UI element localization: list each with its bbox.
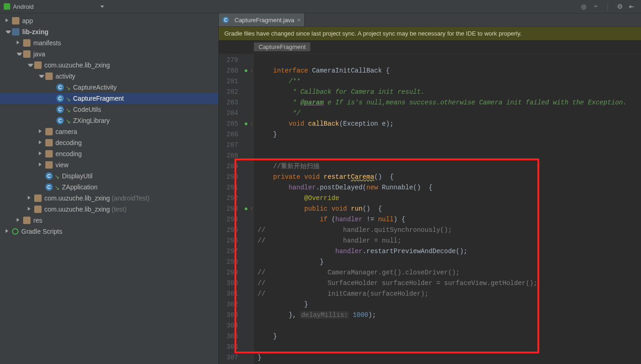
code-line[interactable]: interface CameraInitCallBack { xyxy=(254,66,641,76)
gutter-line[interactable]: 301 xyxy=(219,289,254,299)
tree-item-displayutil[interactable]: C↘DisplayUtil xyxy=(0,170,218,182)
gutter-line[interactable]: 280●↓ xyxy=(219,66,254,76)
gutter-line[interactable]: 292 xyxy=(219,193,254,204)
code-line[interactable] xyxy=(254,342,641,352)
gutter-line[interactable]: 283 xyxy=(219,97,254,108)
project-tree[interactable]: applib-zxingmanifestsjavacom.uuzuche.lib… xyxy=(0,13,219,364)
tree-arrow-icon[interactable] xyxy=(39,73,44,79)
tree-item-com-uuzuche-lib-zxing[interactable]: com.uuzuche.lib_zxing xyxy=(0,60,218,71)
tree-arrow-icon[interactable] xyxy=(6,18,11,24)
tree-item-lib-zxing[interactable]: lib-zxing xyxy=(0,26,218,37)
tree-arrow-icon[interactable] xyxy=(39,162,44,168)
gutter-line[interactable]: 285●↓ xyxy=(219,119,254,129)
code-line[interactable]: handler.postDelayed(new Runnable() { xyxy=(254,182,641,193)
gutter-line[interactable]: 302 xyxy=(219,299,254,310)
gutter-line[interactable]: 284 xyxy=(219,108,254,119)
code-line[interactable]: */ xyxy=(254,108,641,119)
gutter-line[interactable]: 279 xyxy=(219,55,254,66)
tree-arrow-icon[interactable] xyxy=(39,129,44,134)
gutter-line[interactable]: 306 xyxy=(219,342,254,352)
gutter-line[interactable]: 288 xyxy=(219,151,254,161)
gutter-line[interactable]: 289 xyxy=(219,161,254,172)
tree-item-manifests[interactable]: manifests xyxy=(0,37,218,49)
tree-item-captureactivity[interactable]: C↘CaptureActivity xyxy=(0,82,218,93)
tree-arrow-icon[interactable] xyxy=(28,195,33,201)
tree-arrow-icon[interactable] xyxy=(17,218,22,223)
code-line[interactable]: } xyxy=(254,299,641,310)
tree-item-zxinglibrary[interactable]: C↘ZXingLibrary xyxy=(0,115,218,126)
tree-item-capturefragment[interactable]: C↘CaptureFragment xyxy=(0,93,218,104)
tree-item-codeutils[interactable]: C↘CodeUtils xyxy=(0,104,218,115)
tree-item-gradle-scripts[interactable]: Gradle Scripts xyxy=(0,226,218,237)
code-line[interactable]: // SurfaceHolder surfaceHolder = surface… xyxy=(254,278,641,289)
code-line[interactable]: // initCamera(surfaceHolder); xyxy=(254,289,641,299)
gutter-line[interactable]: 294 xyxy=(219,214,254,225)
gutter-line[interactable]: 293●↑ xyxy=(219,204,254,214)
gutter-line[interactable]: 286 xyxy=(219,129,254,140)
close-icon[interactable]: × xyxy=(297,17,301,24)
code-line[interactable]: * Callback for Camera init result. xyxy=(254,87,641,97)
gutter-marker-icon[interactable]: ● xyxy=(243,67,249,74)
code-line[interactable]: public void run() { xyxy=(254,204,641,214)
gutter-line[interactable]: 290 xyxy=(219,172,254,182)
gutter-marker-icon[interactable]: ● xyxy=(243,121,249,127)
tree-item-app[interactable]: app xyxy=(0,15,218,26)
tree-item-res[interactable]: res xyxy=(0,215,218,226)
code-line[interactable] xyxy=(254,151,641,161)
gutter-line[interactable]: 298 xyxy=(219,257,254,267)
gutter-line[interactable]: 297 xyxy=(219,246,254,257)
breadcrumb-item[interactable]: CaptureFragment xyxy=(254,42,310,51)
editor-tab-capturefragment[interactable]: C CaptureFragment.java × xyxy=(219,13,305,26)
code-body[interactable]: interface CameraInitCallBack { /** * Cal… xyxy=(254,54,641,364)
code-line[interactable]: /** xyxy=(254,76,641,87)
gutter-line[interactable]: 305 xyxy=(219,331,254,342)
gutter-line[interactable]: 295 xyxy=(219,225,254,236)
code-line[interactable]: } xyxy=(254,257,641,267)
code-line[interactable]: @Override xyxy=(254,193,641,204)
gutter[interactable]: 279280●↓281282283284285●↓286287288289290… xyxy=(219,54,254,364)
gutter-line[interactable]: 300 xyxy=(219,278,254,289)
tree-item-encoding[interactable]: encoding xyxy=(0,148,218,159)
code-line[interactable] xyxy=(254,55,641,66)
tree-arrow-icon[interactable] xyxy=(17,40,22,46)
gradle-sync-banner[interactable]: Gradle files have changed since last pro… xyxy=(219,27,641,40)
code-line[interactable]: handler.restartPreviewAndDecode(); xyxy=(254,246,641,257)
tree-arrow-icon[interactable] xyxy=(28,206,33,212)
code-line[interactable]: // handler = null; xyxy=(254,236,641,246)
tree-arrow-icon[interactable] xyxy=(39,140,44,146)
tree-item-view[interactable]: view xyxy=(0,159,218,170)
code-line[interactable]: } xyxy=(254,129,641,140)
gutter-line[interactable]: 304 xyxy=(219,321,254,331)
code-line[interactable]: }, delayMillis: 1000); xyxy=(254,310,641,321)
target-icon[interactable]: ◎ xyxy=(580,3,587,10)
code-editor[interactable]: 279280●↓281282283284285●↓286287288289290… xyxy=(219,54,641,364)
code-line[interactable]: //重新开始扫描 xyxy=(254,161,641,172)
code-line[interactable]: * @param e If is's null,means success.ot… xyxy=(254,97,641,108)
code-line[interactable]: void callBack(Exception e); xyxy=(254,119,641,129)
code-line[interactable]: // handler.quitSynchronously(); xyxy=(254,225,641,236)
collapse-icon[interactable]: ⇤ xyxy=(628,3,635,10)
tree-arrow-icon[interactable] xyxy=(6,29,11,35)
divide-icon[interactable]: ÷ xyxy=(592,3,599,10)
gutter-line[interactable]: 303 xyxy=(219,310,254,321)
gutter-line[interactable]: 299 xyxy=(219,267,254,278)
code-line[interactable]: private void restartCarema() { xyxy=(254,172,641,182)
tree-arrow-icon[interactable] xyxy=(17,51,22,57)
tree-item-zapplication[interactable]: C↘ZApplication xyxy=(0,182,218,193)
code-line[interactable]: } xyxy=(254,352,641,363)
gutter-line[interactable]: 282 xyxy=(219,87,254,97)
tree-arrow-icon[interactable] xyxy=(28,62,33,68)
tree-item-com-uuzuche-lib-zxing[interactable]: com.uuzuche.lib_zxing (test) xyxy=(0,204,218,215)
gutter-marker-icon[interactable]: ● xyxy=(243,206,249,212)
tree-item-com-uuzuche-lib-zxing[interactable]: com.uuzuche.lib_zxing (androidTest) xyxy=(0,193,218,204)
code-line[interactable]: if (handler != null) { xyxy=(254,214,641,225)
gutter-line[interactable]: 281 xyxy=(219,76,254,87)
project-scope-selector[interactable]: Android xyxy=(0,0,108,13)
tree-item-java[interactable]: java xyxy=(0,49,218,60)
tree-item-camera[interactable]: camera xyxy=(0,126,218,137)
code-line[interactable]: // CameraManager.get().closeDriver(); xyxy=(254,267,641,278)
tree-arrow-icon[interactable] xyxy=(39,151,44,157)
tree-item-activity[interactable]: activity xyxy=(0,71,218,82)
tree-arrow-icon[interactable] xyxy=(6,229,11,234)
gutter-line[interactable]: 307 xyxy=(219,352,254,363)
